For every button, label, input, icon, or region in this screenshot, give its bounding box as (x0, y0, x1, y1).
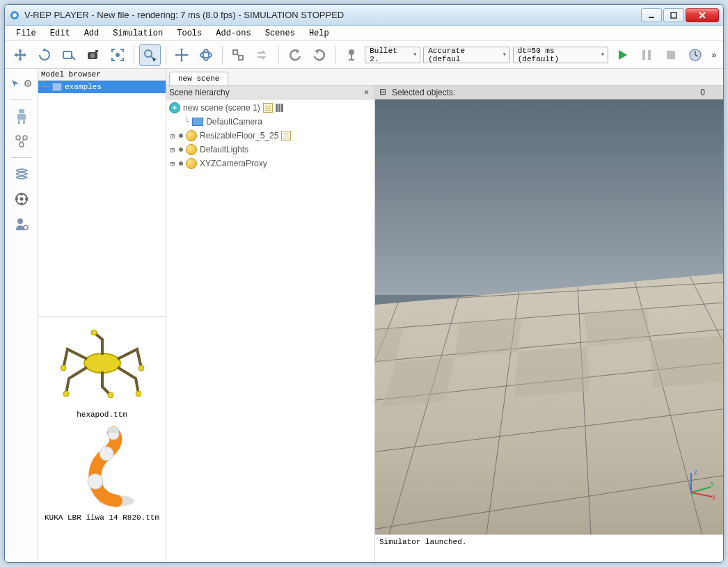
stop-button[interactable] (660, 44, 681, 66)
console-panel[interactable]: Simulator launched. (375, 534, 723, 562)
toolbar: Bullet 2. Accurate (defaul dt=50 ms (def… (5, 41, 723, 69)
svg-line-63 (691, 493, 712, 497)
expand-icon[interactable]: ⊞ (169, 159, 176, 168)
menu-scenes[interactable]: Scenes (261, 27, 299, 40)
side-pointer-button[interactable] (10, 73, 21, 94)
physics-engine-value: Bullet 2. (370, 47, 410, 63)
hierarchy-node[interactable]: ⊞ ResizableFloor_5_25 (168, 129, 373, 143)
expand-icon[interactable]: ⊞ (169, 145, 176, 154)
model-browser-panel: Model browser └─ examples (38, 69, 166, 562)
user-settings-button[interactable] (10, 214, 33, 234)
sim-mode-select[interactable]: Accurate (defaul (423, 47, 509, 63)
model-preview-item[interactable]: hexapod.ttm (43, 323, 161, 419)
svg-rect-48 (108, 427, 119, 433)
viewport-toggle-icon[interactable]: ⊟ (379, 87, 386, 97)
robot-properties-button[interactable] (10, 106, 33, 127)
camera-tool-button[interactable] (82, 44, 104, 66)
menu-add[interactable]: Add (80, 27, 104, 40)
svg-point-6 (90, 53, 95, 58)
side-gear-button[interactable] (22, 73, 33, 94)
menu-help[interactable]: Help (305, 27, 333, 40)
selection-bar: ⊟ Selected objects: 0 (375, 86, 723, 99)
timestep-select[interactable]: dt=50 ms (default) (513, 47, 608, 63)
transfer-button[interactable] (252, 44, 274, 66)
zoom-tool-button[interactable] (58, 44, 79, 66)
close-button[interactable] (686, 8, 719, 22)
menu-file[interactable]: File (12, 27, 40, 40)
rotate-tool-button[interactable] (33, 44, 55, 66)
hierarchy-tree[interactable]: ✦ new scene (scene 1) └ DefaultCamera ⊞ (166, 99, 374, 562)
calculation-module-button[interactable] (10, 131, 33, 152)
svg-line-57 (486, 273, 521, 534)
3d-viewport[interactable]: z y x (375, 99, 723, 534)
svg-rect-23 (17, 114, 26, 120)
window-title: V-REP PLAYER - New file - rendering: 7 m… (24, 10, 641, 20)
object-icon (186, 130, 197, 141)
svg-point-40 (139, 365, 144, 371)
play-button[interactable] (611, 44, 633, 66)
window-controls (641, 8, 719, 22)
object-icon (186, 158, 197, 169)
hierarchy-node-label: DefaultCamera (206, 117, 262, 127)
physics-engine-select[interactable]: Bullet 2. (365, 47, 420, 63)
menu-simulation[interactable]: Simulation (109, 27, 167, 40)
pause-button[interactable] (635, 44, 657, 66)
undo-button[interactable] (284, 44, 306, 66)
bars-icon[interactable] (276, 104, 283, 112)
application-window: V-REP PLAYER - New file - rendering: 7 m… (4, 4, 724, 563)
menu-edit[interactable]: Edit (46, 27, 74, 40)
toolbar-overflow-button[interactable]: » (709, 50, 719, 60)
maximize-button[interactable] (663, 8, 684, 22)
tree-item-label: examples (65, 83, 102, 91)
viewport-floor (375, 273, 723, 534)
hierarchy-node[interactable]: └ DefaultCamera (168, 115, 373, 129)
svg-point-30 (20, 193, 23, 195)
viewport-sky (375, 99, 723, 295)
redo-button[interactable] (308, 44, 330, 66)
svg-point-10 (180, 54, 183, 56)
svg-point-8 (116, 53, 120, 57)
svg-point-9 (145, 50, 152, 57)
hierarchy-node[interactable]: ⊞ DefaultLights (168, 143, 373, 157)
assemble-button[interactable] (228, 44, 249, 66)
svg-point-45 (88, 474, 103, 489)
expand-icon[interactable]: ⊞ (169, 131, 176, 141)
svg-rect-25 (23, 120, 25, 124)
svg-point-12 (203, 49, 209, 61)
svg-point-28 (19, 143, 24, 147)
scene-tab[interactable]: new scene (169, 72, 228, 85)
dynamics-toggle-button[interactable] (340, 44, 362, 66)
script-icon[interactable] (263, 103, 273, 113)
scene-hierarchy-panel: Scene hierarchy × ✦ new scene (scene 1) … (166, 86, 375, 562)
titlebar: V-REP PLAYER - New file - rendering: 7 m… (5, 5, 723, 26)
hierarchy-node[interactable]: ⊞ XYZCameraProxy (168, 157, 373, 170)
svg-point-21 (26, 83, 29, 85)
main-area: Model browser └─ examples (5, 69, 723, 562)
translate-tool-button[interactable] (171, 44, 193, 66)
realtime-toggle-button[interactable] (684, 44, 706, 66)
minimize-button[interactable] (641, 8, 662, 22)
toolbar-separator (335, 46, 335, 64)
console-line: Simulator launched. (379, 538, 719, 546)
scene-tabbar: new scene (166, 69, 723, 86)
svg-point-43 (108, 392, 113, 398)
menu-tools[interactable]: Tools (173, 27, 206, 40)
hierarchy-close-button[interactable]: × (361, 88, 372, 97)
dot-icon (179, 134, 183, 138)
script-icon[interactable] (281, 131, 291, 141)
rotate-object-button[interactable] (196, 44, 217, 66)
select-tool-button[interactable] (139, 44, 161, 66)
object-icon (186, 144, 197, 155)
model-browser-tree[interactable]: └─ examples (38, 81, 166, 317)
video-recorder-button[interactable] (10, 189, 33, 209)
hierarchy-root[interactable]: ✦ new scene (scene 1) (168, 101, 373, 115)
model-preview-item[interactable]: KUKA LBR iiwa 14 R820.ttm (43, 426, 161, 522)
fit-view-button[interactable] (106, 44, 128, 66)
hierarchy-node-label: ResizableFloor_5_25 (200, 131, 278, 141)
menu-addons[interactable]: Add-ons (212, 27, 255, 40)
pan-tool-button[interactable] (9, 44, 31, 66)
toolbar-separator (166, 46, 166, 64)
tree-item-examples[interactable]: examples (38, 81, 166, 93)
collections-button[interactable] (10, 163, 33, 184)
model-preview-list[interactable]: hexapod.ttm KUKA LBR iiwa 14 R820. (38, 317, 166, 562)
